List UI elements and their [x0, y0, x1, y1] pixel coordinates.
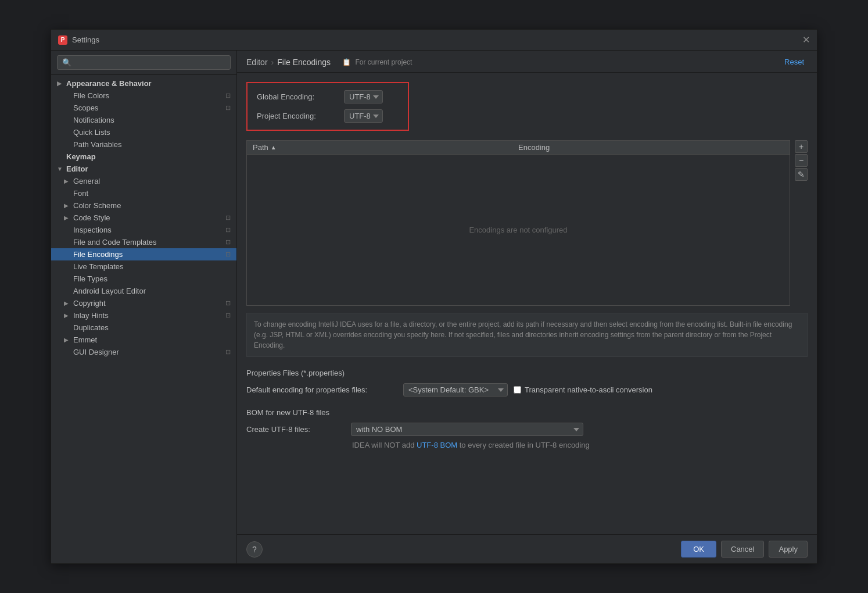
help-button[interactable]: ? [246, 541, 263, 558]
apply-button[interactable]: Apply [769, 541, 808, 558]
sidebar-item-scopes[interactable]: Scopes ⊡ [51, 102, 236, 114]
path-encoding-table-area: Path ▲ Encoding Encodings are not config… [246, 140, 808, 306]
sidebar-item-label: Inspections [73, 226, 112, 234]
bom-section: BOM for new UTF-8 files Create UTF-8 fil… [246, 408, 808, 449]
dialog-title: Settings [72, 35, 99, 44]
sidebar-item-notifications[interactable]: Notifications [51, 114, 236, 126]
sidebar-item-label: Inlay Hints [73, 311, 109, 320]
sidebar-item-code-style[interactable]: ▶ Code Style ⊡ [51, 212, 236, 224]
sync-icon: ⊡ [225, 251, 231, 258]
sync-icon: ⊡ [225, 104, 231, 112]
sidebar-item-live-templates[interactable]: Live Templates [51, 260, 236, 273]
sidebar-item-font[interactable]: Font [51, 187, 236, 199]
remove-path-button[interactable]: − [795, 154, 808, 167]
reset-button[interactable]: Reset [781, 56, 808, 67]
sidebar-item-gui-designer[interactable]: GUI Designer ⊡ [51, 346, 236, 358]
app-icon: P [58, 35, 67, 45]
sync-icon: ⊡ [225, 312, 231, 319]
sidebar-item-label: GUI Designer [73, 348, 119, 356]
bom-create-row: Create UTF-8 files: with NO BOM [246, 423, 808, 436]
sidebar-item-color-scheme[interactable]: ▶ Color Scheme [51, 199, 236, 212]
bom-info-text: IDEA will NOT add UTF-8 BOM to every cre… [246, 441, 808, 449]
project-encoding-label: Project Encoding: [257, 112, 344, 120]
footer-buttons: OK Cancel Apply [681, 541, 808, 558]
sidebar-item-android-layout-editor[interactable]: Android Layout Editor [51, 285, 236, 297]
breadcrumb-separator: › [271, 58, 274, 67]
content-header: Editor › File Encodings 📋 For current pr… [237, 51, 817, 73]
breadcrumb-parent: Editor [246, 58, 268, 67]
bom-create-select[interactable]: with NO BOM [351, 423, 583, 436]
dialog-body: ▶ Appearance & Behavior File Colors ⊡ Sc… [51, 51, 817, 563]
bom-info-before: IDEA will NOT add [352, 441, 417, 449]
sidebar-item-label: Quick Lists [73, 128, 110, 137]
sidebar-item-editor[interactable]: ▼ Editor [51, 163, 236, 175]
arrow-icon: ▶ [64, 215, 71, 221]
edit-path-button[interactable]: ✎ [795, 168, 808, 181]
sidebar-item-file-colors[interactable]: File Colors ⊡ [51, 90, 236, 102]
global-encoding-row: Global Encoding: UTF-8 [257, 90, 399, 103]
search-input[interactable] [57, 55, 231, 70]
breadcrumb-current: File Encodings [277, 58, 331, 67]
for-current-project: 📋 For current project [342, 58, 412, 66]
sidebar-item-keymap[interactable]: Keymap [51, 151, 236, 163]
sidebar-item-inspections[interactable]: Inspections ⊡ [51, 224, 236, 236]
sidebar-item-label: Font [73, 189, 88, 198]
encoding-section-box: Global Encoding: UTF-8 Project Encoding:… [246, 82, 409, 131]
sidebar-item-file-code-templates[interactable]: File and Code Templates ⊡ [51, 236, 236, 248]
bom-info-after: to every created file in UTF-8 encoding [457, 441, 590, 449]
table-empty-message: Encodings are not configured [469, 226, 567, 234]
sidebar-item-file-encodings[interactable]: File Encodings ⊡ [51, 248, 236, 260]
sidebar-item-label: Duplicates [73, 323, 109, 332]
sync-icon: ⊡ [225, 238, 231, 246]
spacer [64, 276, 71, 282]
sidebar-item-emmet[interactable]: ▶ Emmet [51, 334, 236, 346]
transparent-conversion-text: Transparent native-to-ascii conversion [525, 385, 652, 394]
sidebar-item-copyright[interactable]: ▶ Copyright ⊡ [51, 297, 236, 309]
sidebar-item-label: Keymap [66, 152, 96, 161]
transparent-conversion-checkbox[interactable] [514, 386, 521, 394]
bom-link[interactable]: UTF-8 BOM [417, 441, 457, 449]
default-encoding-row: Default encoding for properties files: <… [246, 383, 808, 396]
sidebar-item-path-variables[interactable]: Path Variables [51, 138, 236, 151]
sync-icon: ⊡ [225, 348, 231, 356]
project-encoding-row: Project Encoding: UTF-8 [257, 109, 399, 123]
sidebar-item-label: Path Variables [73, 140, 122, 149]
sidebar-item-quick-lists[interactable]: Quick Lists [51, 126, 236, 138]
sync-icon: ⊡ [225, 299, 231, 307]
spacer [64, 324, 71, 331]
main-content: Editor › File Encodings 📋 For current pr… [237, 51, 817, 563]
sidebar-item-label: Emmet [73, 335, 97, 344]
default-encoding-select[interactable]: <System Default: GBK> [403, 383, 508, 396]
sidebar-item-inlay-hints[interactable]: ▶ Inlay Hints ⊡ [51, 309, 236, 321]
table-body: Encodings are not configured [246, 155, 790, 306]
content-body: Global Encoding: UTF-8 Project Encoding:… [237, 73, 817, 534]
arrow-icon: ▶ [64, 312, 71, 319]
sidebar-item-label: Color Scheme [73, 201, 121, 210]
add-path-button[interactable]: + [795, 140, 808, 153]
sidebar-item-duplicates[interactable]: Duplicates [51, 321, 236, 334]
spacer [64, 263, 71, 270]
sidebar-item-general[interactable]: ▶ General [51, 175, 236, 187]
global-encoding-select[interactable]: UTF-8 [344, 90, 383, 103]
sidebar-item-label: Code Style [73, 213, 110, 222]
table-side-buttons: + − ✎ [795, 140, 808, 306]
cancel-button[interactable]: Cancel [721, 541, 764, 558]
sidebar-item-appearance-behavior[interactable]: ▶ Appearance & Behavior [51, 77, 236, 90]
project-encoding-select[interactable]: UTF-8 [344, 109, 383, 123]
sidebar-item-file-types[interactable]: File Types [51, 273, 236, 285]
ok-button[interactable]: OK [681, 541, 716, 558]
title-bar: P Settings ✕ [51, 30, 817, 51]
close-button[interactable]: ✕ [802, 35, 810, 45]
bom-section-title: BOM for new UTF-8 files [246, 408, 808, 417]
encoding-header: Encoding [518, 143, 784, 152]
dialog-footer: ? OK Cancel Apply [237, 534, 817, 563]
properties-section: Properties Files (*.properties) Default … [246, 369, 808, 396]
default-encoding-label: Default encoding for properties files: [246, 385, 397, 394]
sidebar-item-label: Live Templates [73, 262, 123, 271]
breadcrumb: Editor › File Encodings [246, 58, 331, 67]
transparent-conversion-label[interactable]: Transparent native-to-ascii conversion [514, 385, 652, 394]
table-main: Path ▲ Encoding Encodings are not config… [246, 140, 790, 306]
spacer [64, 227, 71, 233]
sidebar-item-label: File Types [73, 274, 107, 283]
arrow-icon: ▶ [64, 337, 71, 343]
